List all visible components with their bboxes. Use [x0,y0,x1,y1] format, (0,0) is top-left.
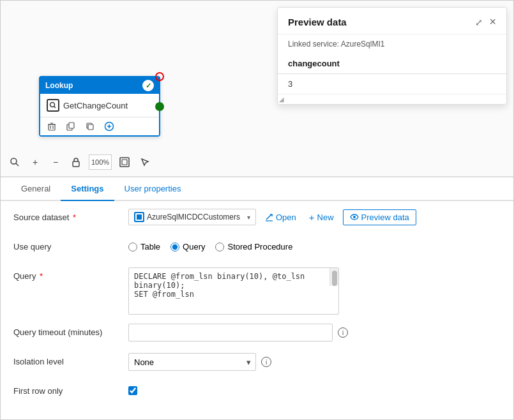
preview-subtitle: Linked service: AzureSqlMI1 [278,34,506,54]
settings-content: Source dataset * AzureSqlMICDCCustomers … [1,201,513,419]
success-check-icon [142,80,154,91]
fit-screen-icon[interactable] [117,154,132,170]
svg-line-15 [16,163,19,166]
first-row-only-checkbox[interactable] [128,386,137,395]
svg-rect-18 [122,160,127,165]
query-type-radio-group: Table Query Stored Procedure [128,238,292,251]
query-timeout-label: Query timeout (minutes) [13,324,128,337]
query-timeout-row: Query timeout (minutes) i [13,324,501,344]
use-query-label: Use query [13,238,128,251]
query-textarea-wrapper: DECLARE @from_lsn binary(10), @to_lsn bi… [128,267,339,315]
expand-icon[interactable]: ⤢ [475,17,483,27]
svg-rect-2 [49,124,55,130]
preview-cell: 3 [278,74,506,94]
lookup-label: Lookup [45,81,73,90]
source-dataset-control: AzureSqlMICDCCustomers ▾ Open + New [128,209,501,225]
radio-table[interactable]: Table [128,242,160,251]
search-canvas-icon[interactable] [7,154,22,170]
tab-general[interactable]: General [11,177,61,201]
canvas-area: Lookup GetChangeCount [1,1,513,177]
dropdown-arrow-icon: ▾ [247,214,250,221]
preview-icon [350,213,359,221]
node-top-connector [155,72,164,81]
copy-icon[interactable] [84,120,96,133]
tab-user-properties[interactable]: User properties [114,177,192,201]
remove-node-icon[interactable]: − [48,154,63,170]
radio-table-input[interactable] [128,243,137,251]
query-input[interactable]: DECLARE @from_lsn binary(10), @to_lsn bi… [129,268,329,314]
preview-header: Preview data ⤢ × [278,8,506,34]
isolation-level-row: Isolation level None Read Committed Read… [13,353,501,373]
add-node-icon[interactable]: + [27,154,43,170]
radio-query-input[interactable] [170,243,179,251]
lookup-body: GetChangeCount [40,94,159,117]
lock-icon[interactable] [68,154,84,170]
query-timeout-info-icon[interactable]: i [338,327,348,338]
use-query-control: Table Query Stored Procedure [128,238,501,251]
open-dataset-link[interactable]: Open [261,210,300,225]
preview-table: changecount 3 [278,54,506,94]
query-timeout-control: i [128,324,501,341]
preview-data-button[interactable]: Preview data [343,209,416,225]
new-dataset-link[interactable]: + New [305,210,338,225]
dataset-dropdown[interactable]: AzureSqlMICDCCustomers ▾ [128,209,256,225]
query-label: Query * [13,267,128,281]
main-container: Lookup GetChangeCount [0,0,514,420]
tabs-bar: General Settings User properties [1,177,513,201]
dataset-value: AzureSqlMICDCCustomers [147,213,245,221]
radio-stored-procedure-input[interactable] [215,243,224,251]
use-query-row: Use query Table Query Stored [13,238,501,259]
first-row-only-row: First row only [13,382,501,403]
radio-table-label: Table [140,242,160,251]
query-scrollbar [329,268,338,286]
tab-settings[interactable]: Settings [61,177,114,201]
close-preview-icon[interactable]: × [489,15,496,29]
isolation-level-info-icon[interactable]: i [261,357,271,367]
delete-icon[interactable] [45,120,58,133]
preview-table-row: 3 [278,74,506,94]
resize-handle-icon[interactable]: ◢ [278,94,506,104]
zoom-level[interactable]: 100% [89,154,112,170]
svg-line-1 [54,107,56,109]
add-activity-icon[interactable] [103,120,116,133]
lookup-header: Lookup [40,77,159,94]
svg-point-19 [353,216,356,218]
bottom-panel: General Settings User properties Source … [1,177,513,419]
cursor-icon[interactable] [137,154,153,170]
plus-icon: + [309,213,315,222]
svg-rect-8 [69,123,74,128]
svg-point-14 [11,158,17,164]
node-activity-name: GetChangeCount [63,101,128,110]
scrollbar-thumb [332,271,337,286]
preview-data-label: Preview data [361,213,409,222]
first-row-only-control [128,382,501,395]
dataset-icon [134,212,144,222]
edit-icon [265,213,273,221]
query-control: DECLARE @from_lsn binary(10), @to_lsn bi… [128,267,501,315]
svg-rect-17 [120,158,129,167]
clone-icon[interactable] [64,120,77,133]
radio-query[interactable]: Query [170,242,205,251]
isolation-level-select[interactable]: None Read Committed Read Uncommitted Rep… [128,353,256,371]
radio-stored-procedure[interactable]: Stored Procedure [215,242,292,251]
isolation-level-label: Isolation level [13,353,128,366]
query-timeout-input[interactable] [128,324,333,341]
source-dataset-row: Source dataset * AzureSqlMICDCCustomers … [13,209,501,229]
query-row: Query * DECLARE @from_lsn binary(10), @t… [13,267,501,315]
lookup-footer [40,117,159,135]
source-dataset-label: Source dataset * [13,209,128,222]
preview-column-header: changecount [278,54,506,74]
canvas-toolbar: + − 100% [7,154,153,170]
first-row-only-checkbox-wrapper [128,382,137,395]
preview-panel: Preview data ⤢ × Linked service: AzureSq… [277,7,507,105]
preview-title: Preview data [288,17,347,27]
svg-rect-10 [88,124,93,130]
lookup-node: Lookup GetChangeCount [39,76,160,137]
first-row-only-label: First row only [13,382,128,396]
svg-rect-16 [73,161,79,167]
node-right-connector [155,102,164,111]
radio-stored-procedure-label: Stored Procedure [227,242,292,251]
node-search-icon [47,99,59,112]
isolation-level-dropdown-wrapper: None Read Committed Read Uncommitted Rep… [128,353,256,371]
radio-query-label: Query [183,242,205,251]
